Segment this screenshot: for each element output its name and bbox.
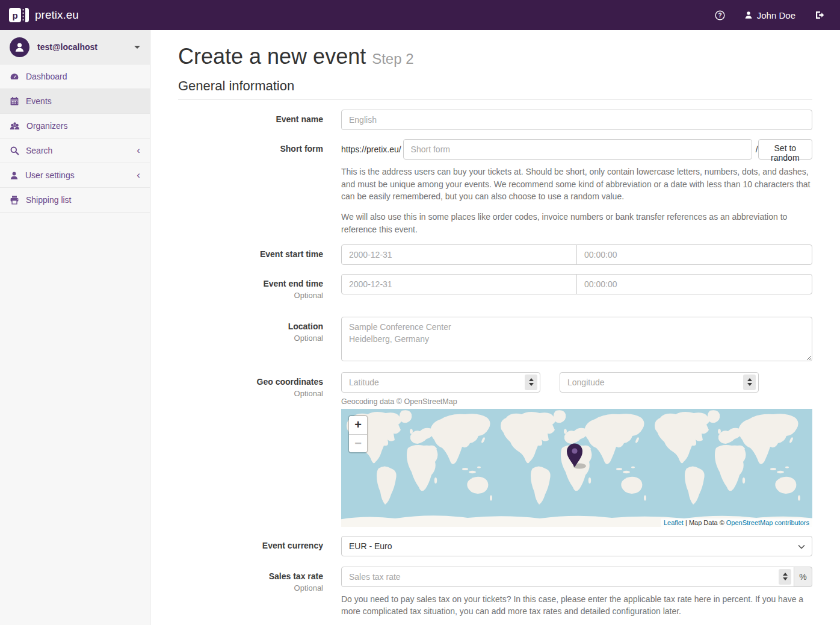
logout-button[interactable] [815,10,824,20]
latitude-spinner[interactable] [525,375,537,390]
sidebar-item-events[interactable]: Events [0,89,150,114]
world-map [341,409,812,527]
location-textarea[interactable] [341,317,812,361]
geo-optional: Optional [178,389,323,399]
step-indicator: Step 2 [372,51,413,67]
start-time-input[interactable] [576,244,812,265]
print-icon [10,195,19,205]
user-icon [10,171,19,180]
sidebar-item-label: Events [26,96,52,106]
sidebar-item-label: Shipping list [26,195,72,205]
geo-label: Geo coordinates [178,376,323,387]
map-zoom-control: + − [349,416,367,452]
end-time-label: Event end time [178,278,323,289]
users-icon [10,121,20,131]
section-heading-general: General information [178,73,812,100]
sidebar-item-shipping-list[interactable]: Shipping list [0,188,150,213]
user-name: John Doe [757,10,795,20]
page-title: Create a new eventStep 2 [178,44,812,69]
avatar-user-icon [14,42,25,53]
dashboard-icon [10,72,19,81]
currency-value: EUR - Euro [349,541,392,551]
location-label: Location [178,321,323,332]
end-time-input[interactable] [576,274,812,294]
avatar [10,37,29,57]
short-form-input[interactable] [403,139,752,160]
account-name: test@localhost [37,42,126,52]
end-time-row: Event end time Optional [178,274,812,301]
page-title-text: Create a new event [178,44,366,69]
attribution-text: | Map Data © [684,519,726,526]
event-name-input[interactable] [341,110,812,130]
sign-out-icon [815,10,824,20]
osm-link[interactable]: OpenStreetMap contributors [726,519,809,526]
short-form-help-1: This is the address users can buy your t… [341,166,812,202]
zoom-in-button[interactable]: + [349,416,367,434]
tax-help: Do you need to pay sales tax on your tic… [341,593,812,618]
set-to-random-button[interactable]: Set to random [758,139,812,160]
tax-rate-spinner[interactable] [779,569,791,585]
zoom-out-button[interactable]: − [349,434,367,452]
short-form-row: Short form https://pretix.eu/ / Set to r… [178,139,812,235]
navbar-right: ? John Doe [715,10,824,20]
svg-text:p: p [12,10,17,20]
leaflet-link[interactable]: Leaflet [664,519,684,526]
tax-row: Sales tax rate Optional % Do you need to… [178,567,812,618]
currency-select[interactable]: EUR - Euro [341,536,812,556]
geo-row: Geo coordinates Optional Geocoding data … [178,372,812,527]
sidebar-item-dashboard[interactable]: Dashboard [0,64,150,89]
sidebar: test@localhost Dashboard Events [0,30,150,625]
location-optional: Optional [178,334,323,344]
calendar-icon [10,96,19,106]
currency-label: Event currency [178,540,323,551]
chevron-down-icon [798,544,805,549]
tax-optional: Optional [178,583,323,594]
longitude-input[interactable] [560,372,759,393]
short-form-label: Short form [178,143,323,154]
pretix-logo-icon: p [9,7,29,23]
end-date-input[interactable] [341,274,577,294]
user-icon [744,11,753,19]
help-button[interactable]: ? [715,10,725,20]
chevron-left-icon: ‹ [137,172,140,178]
svg-text:?: ? [718,12,721,19]
event-name-label: Event name [178,114,323,125]
tax-rate-input[interactable] [341,567,794,587]
chevron-left-icon: ‹ [137,148,140,154]
start-time-row: Event start time [178,244,812,265]
tax-label: Sales tax rate [178,571,323,582]
percent-addon: % [794,567,812,587]
brand[interactable]: p pretix.eu [9,7,79,23]
main-content: Create a new eventStep 2 General informa… [150,30,840,625]
sidebar-item-search[interactable]: Search ‹ [0,138,150,163]
sidebar-item-organizers[interactable]: Organizers [0,114,150,138]
start-date-input[interactable] [341,244,577,265]
end-time-optional: Optional [178,291,323,301]
sidebar-item-label: Search [26,146,52,155]
caret-down-icon [134,46,140,49]
help-icon: ? [715,10,725,20]
account-switcher[interactable]: test@localhost [0,30,150,64]
location-row: Location Optional [178,317,812,363]
top-navbar: p pretix.eu ? John Doe [0,0,840,30]
latitude-input[interactable] [341,372,540,393]
user-menu[interactable]: John Doe [744,10,795,20]
search-icon [10,146,19,155]
brand-name: pretix.eu [35,8,79,22]
sidebar-item-label: Organizers [26,121,67,131]
currency-row: Event currency EUR - Euro [178,536,812,556]
location-map[interactable]: + − Leaflet | Map Data © OpenStreetMap c… [341,409,812,527]
sidebar-item-user-settings[interactable]: User settings ‹ [0,163,150,188]
sidebar-item-label: User settings [25,170,75,180]
longitude-spinner[interactable] [743,375,756,390]
geocoding-note: Geocoding data © OpenStreetMap [341,397,812,406]
event-name-row: Event name [178,110,812,130]
short-form-help-2: We will also use this in some places lik… [341,211,812,235]
sidebar-item-label: Dashboard [26,72,67,81]
url-prefix: https://pretix.eu/ [341,145,401,154]
start-time-label: Event start time [178,249,323,260]
map-attribution: Leaflet | Map Data © OpenStreetMap contr… [661,518,812,527]
